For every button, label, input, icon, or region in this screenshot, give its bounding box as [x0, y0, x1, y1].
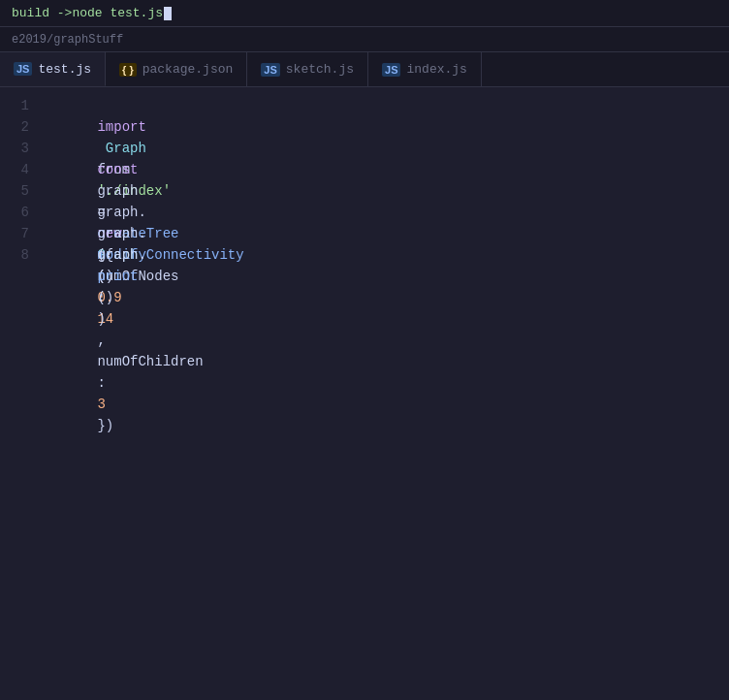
- line-num-3: 3: [0, 138, 41, 159]
- line-num-1: 1: [0, 95, 41, 116]
- tab-index-js[interactable]: JS index.js: [368, 52, 482, 86]
- punct-paren-close-6: ): [97, 311, 105, 327]
- tabs-bar: JS test.js { } package.json JS sketch.js…: [0, 52, 729, 87]
- method-print: print: [97, 269, 138, 284]
- terminal-command: build ->node test.js: [12, 6, 163, 20]
- breadcrumb: e2019/graphStuff: [12, 33, 123, 47]
- punct-comma-5: ,: [97, 333, 113, 348]
- js-icon-index: JS: [382, 63, 400, 77]
- keyword-import: import: [97, 119, 145, 135]
- terminal-cursor: [164, 7, 172, 20]
- keyword-const: const: [97, 162, 145, 177]
- code-line-1: import Graph from './index': [48, 95, 729, 116]
- code-line-4: [48, 159, 729, 180]
- punct-brace-close-5: }): [97, 418, 113, 433]
- line-num-2: 2: [0, 116, 41, 138]
- code-line-6: graph. modifyConnectivity ( 0.9 ): [48, 202, 729, 223]
- code-editor[interactable]: import Graph from './index' const graph …: [41, 87, 729, 700]
- line-num-7: 7: [0, 223, 41, 244]
- code-line-2: [48, 116, 729, 138]
- editor-area: 1 2 3 4 5 6 7 8 import Graph from './ind…: [0, 87, 729, 700]
- line-num-4: 4: [0, 159, 41, 180]
- breadcrumb-bar: e2019/graphStuff: [0, 27, 729, 52]
- tab-label-index-js: index.js: [406, 62, 466, 77]
- line-num-5: 5: [0, 180, 41, 202]
- var-graph-5: graph.: [97, 205, 145, 220]
- line-num-8: 8: [0, 244, 41, 266]
- tab-package-json[interactable]: { } package.json: [106, 52, 247, 86]
- line-num-6: 6: [0, 202, 41, 223]
- var-graph: graph: [97, 183, 145, 199]
- json-icon-package: { }: [119, 63, 137, 77]
- class-graph: Graph: [97, 141, 154, 156]
- num-3: 3: [97, 397, 105, 412]
- tab-test-js[interactable]: JS test.js: [0, 52, 106, 86]
- punct-colon-5b: :: [97, 375, 113, 391]
- prop-numOfChildren: numOfChildren: [97, 354, 203, 369]
- tab-sketch-js[interactable]: JS sketch.js: [247, 52, 368, 86]
- terminal-bar: build ->node test.js: [0, 0, 729, 27]
- js-icon-test: JS: [14, 62, 32, 76]
- js-icon-sketch: JS: [261, 63, 279, 77]
- tab-label-test-js: test.js: [38, 62, 91, 77]
- tab-label-package-json: package.json: [143, 62, 234, 77]
- var-graph-7: graph.: [97, 247, 145, 263]
- line-numbers: 1 2 3 4 5 6 7 8: [0, 87, 41, 700]
- var-graph-6: graph.: [97, 226, 145, 241]
- punct-parens-7: (): [97, 290, 113, 305]
- tab-label-sketch-js: sketch.js: [286, 62, 354, 77]
